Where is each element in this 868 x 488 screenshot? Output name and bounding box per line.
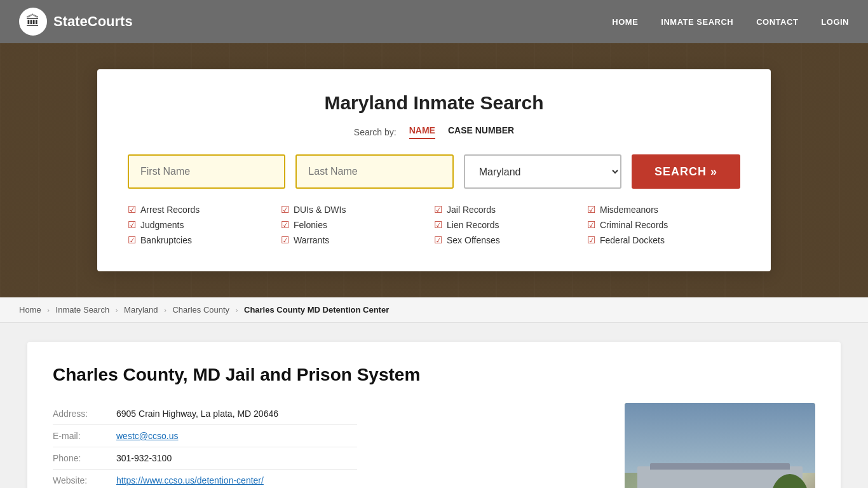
list-item: ☑ Misdemeanors <box>587 204 740 215</box>
content-card: Charles County, MD Jail and Prison Syste… <box>27 342 841 488</box>
search-by-label: Search by: <box>354 127 397 137</box>
content-row: Address: 6905 Crain Highway, La plata, M… <box>53 403 815 488</box>
nav-login[interactable]: LOGIN <box>821 17 849 27</box>
check-icon: ☑ <box>281 204 289 215</box>
check-icon: ☑ <box>434 204 442 215</box>
search-inputs-row: Maryland Alabama Alaska California Flori… <box>128 154 740 189</box>
list-item: ☑ Federal Dockets <box>587 234 740 246</box>
breadcrumb-charles-county[interactable]: Charles County <box>172 305 229 315</box>
breadcrumb-current: Charles County MD Detention Center <box>244 305 389 315</box>
sky-bg <box>625 403 815 473</box>
address-label: Address: <box>53 403 116 425</box>
building-roof <box>650 463 790 470</box>
table-row: Website: https://www.ccso.us/detention-c… <box>53 470 357 489</box>
phone-value: 301-932-3100 <box>116 447 357 470</box>
check-icon: ☑ <box>587 219 595 231</box>
check-icon: ☑ <box>281 234 289 246</box>
list-item: ☑ Jail Records <box>434 204 587 215</box>
site-logo[interactable]: 🏛 StateCourts <box>19 8 133 36</box>
navbar: 🏛 StateCourts HOME INMATE SEARCH CONTACT… <box>0 0 868 43</box>
breadcrumb-home[interactable]: Home <box>19 305 41 315</box>
check-icon: ☑ <box>434 234 442 246</box>
checklist-col-2: ☑ DUIs & DWIs ☑ Felonies ☑ Warrants <box>281 204 434 246</box>
table-row: E-mail: westc@ccso.us <box>53 425 357 447</box>
checklist-grid: ☑ Arrest Records ☑ Judgments ☑ Bankruptc… <box>128 204 740 246</box>
website-label: Website: <box>53 470 116 489</box>
email-label: E-mail: <box>53 425 116 447</box>
list-item: ☑ Criminal Records <box>587 219 740 231</box>
info-section: Address: 6905 Crain Highway, La plata, M… <box>53 403 606 488</box>
last-name-input[interactable] <box>295 154 453 189</box>
nav-home[interactable]: HOME <box>612 17 638 27</box>
breadcrumb-maryland[interactable]: Maryland <box>124 305 158 315</box>
first-name-input[interactable] <box>128 154 285 189</box>
check-icon: ☑ <box>587 204 595 215</box>
search-card: Maryland Inmate Search Search by: NAME C… <box>97 69 771 271</box>
check-icon: ☑ <box>281 219 289 231</box>
list-item: ☑ Warrants <box>281 234 434 246</box>
check-icon: ☑ <box>128 219 136 231</box>
table-row: Address: 6905 Crain Highway, La plata, M… <box>53 403 357 425</box>
check-icon: ☑ <box>434 219 442 231</box>
search-by-row: Search by: NAME CASE NUMBER <box>128 125 740 139</box>
check-icon: ☑ <box>128 204 136 215</box>
address-value: 6905 Crain Highway, La plata, MD 20646 <box>116 403 357 425</box>
checklist-col-1: ☑ Arrest Records ☑ Judgments ☑ Bankruptc… <box>128 204 281 246</box>
state-select[interactable]: Maryland Alabama Alaska California Flori… <box>464 154 621 189</box>
breadcrumb: Home › Inmate Search › Maryland › Charle… <box>0 297 868 323</box>
list-item: ☑ Bankruptcies <box>128 234 281 246</box>
phone-label: Phone: <box>53 447 116 470</box>
hero-section: COURTHOUSE Maryland Inmate Search Search… <box>0 43 868 297</box>
list-item: ☑ Felonies <box>281 219 434 231</box>
facility-title: Charles County, MD Jail and Prison Syste… <box>53 365 815 385</box>
tab-name[interactable]: NAME <box>409 125 435 139</box>
breadcrumb-sep: › <box>164 306 166 314</box>
list-item: ☑ Sex Offenses <box>434 234 587 246</box>
breadcrumb-sep: › <box>236 306 238 314</box>
nav-contact[interactable]: CONTACT <box>756 17 798 27</box>
nav-inmate-search[interactable]: INMATE SEARCH <box>661 17 733 27</box>
website-link[interactable]: https://www.ccso.us/detention-center/ <box>116 475 264 485</box>
logo-icon: 🏛 <box>19 8 47 36</box>
tab-case-number[interactable]: CASE NUMBER <box>448 125 514 139</box>
nav-links: HOME INMATE SEARCH CONTACT LOGIN <box>612 16 849 27</box>
email-link[interactable]: westc@ccso.us <box>116 431 178 441</box>
breadcrumb-inmate-search[interactable]: Inmate Search <box>56 305 110 315</box>
list-item: ☑ Judgments <box>128 219 281 231</box>
breadcrumb-sep: › <box>47 306 50 314</box>
check-icon: ☑ <box>128 234 136 246</box>
checklist-col-3: ☑ Jail Records ☑ Lien Records ☑ Sex Offe… <box>434 204 587 246</box>
list-item: ☑ DUIs & DWIs <box>281 204 434 215</box>
search-title: Maryland Inmate Search <box>128 92 740 114</box>
list-item: ☑ Arrest Records <box>128 204 281 215</box>
facility-image <box>625 403 815 488</box>
breadcrumb-sep: › <box>116 306 118 314</box>
logo-text: StateCourts <box>53 13 133 30</box>
info-table: Address: 6905 Crain Highway, La plata, M… <box>53 403 357 488</box>
main-content: Charles County, MD Jail and Prison Syste… <box>0 323 868 488</box>
checklist-col-4: ☑ Misdemeanors ☑ Criminal Records ☑ Fede… <box>587 204 740 246</box>
search-button[interactable]: SEARCH » <box>632 154 740 189</box>
table-row: Phone: 301-932-3100 <box>53 447 357 470</box>
list-item: ☑ Lien Records <box>434 219 587 231</box>
check-icon: ☑ <box>587 234 595 246</box>
